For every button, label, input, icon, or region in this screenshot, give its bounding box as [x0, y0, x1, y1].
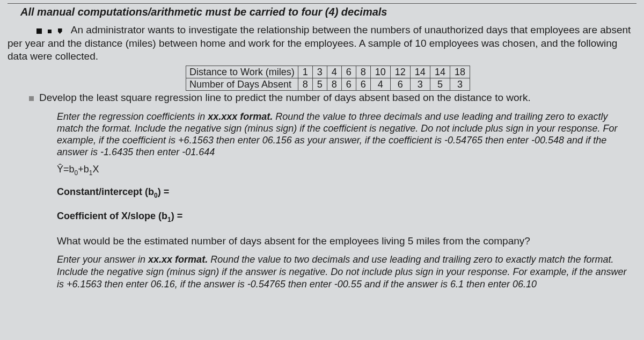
divider	[8, 3, 636, 4]
square-small-icon	[48, 30, 52, 33]
prediction-question: What would be the estimated number of da…	[57, 235, 636, 247]
problem-intro: An administrator wants to investigate th…	[8, 24, 636, 62]
cell: 3	[410, 78, 430, 91]
square-icon	[36, 28, 42, 34]
cell: 3	[450, 78, 470, 91]
cell: 4	[370, 78, 390, 91]
cell: 4	[327, 66, 341, 78]
cell: 3	[312, 66, 327, 78]
cell: 18	[450, 66, 470, 78]
row-label-distance: Distance to Work (miles)	[186, 66, 298, 78]
task-statement: Develop the least square regression line…	[29, 92, 636, 104]
cell: 6	[341, 66, 356, 78]
eqn-part: X	[92, 164, 99, 175]
eqn-part: Ŷ=b	[57, 164, 75, 175]
regression-equation: Ŷ=b0+b1X	[57, 164, 636, 177]
instructions-prediction: Enter your answer in xx.xx format. Round…	[57, 254, 628, 291]
label-part: ) =	[158, 186, 170, 197]
cell: 8	[356, 66, 370, 78]
cell: 8	[327, 78, 341, 91]
intro-line-1: An administrator wants to investigate th…	[71, 24, 597, 35]
label-part: Coefficient of X/slope (b	[57, 211, 167, 221]
label-sub: 0	[154, 191, 158, 199]
cell: 1	[298, 66, 312, 78]
instr-part: Enter your answer in	[57, 254, 148, 265]
label-sub: 1	[167, 216, 171, 223]
instr-format: xx.xx format.	[148, 254, 208, 265]
label-part: ) =	[171, 211, 183, 221]
cell: 6	[390, 78, 410, 91]
instructions-regression: Enter the regression coefficients in xx.…	[57, 111, 633, 158]
cell: 12	[390, 66, 410, 78]
label-part: Constant/intercept (b	[57, 186, 154, 197]
cell: 6	[341, 78, 356, 91]
slope-field[interactable]: Coefficient of X/slope (b1) =	[57, 211, 636, 223]
row-label-absent: Number of Days Absent	[186, 78, 298, 91]
table-row: Distance to Work (miles) 1 3 4 6 8 10 12…	[186, 66, 470, 78]
cell: 6	[356, 78, 370, 91]
data-table: Distance to Work (miles) 1 3 4 6 8 10 12…	[186, 66, 470, 91]
instr-format: xx.xxx format.	[208, 111, 273, 122]
cell: 10	[370, 66, 390, 78]
cell: 5	[430, 78, 450, 91]
cell: 14	[410, 66, 430, 78]
bullet-group	[36, 24, 65, 37]
table-row: Number of Days Absent 8 5 8 6 6 4 6 3 5 …	[186, 78, 470, 91]
eqn-part: +b	[78, 164, 89, 175]
pin-icon	[58, 28, 62, 34]
page-title: All manual computations/arithmetic must …	[20, 6, 636, 18]
instr-part: Enter the regression coefficients in	[57, 111, 208, 122]
question-page: All manual computations/arithmetic must …	[0, 0, 644, 291]
cell: 5	[312, 78, 327, 91]
intercept-field[interactable]: Constant/intercept (b0) =	[57, 186, 636, 199]
task-text: Develop the least square regression line…	[39, 92, 531, 103]
cell: 8	[298, 78, 312, 91]
bullet-icon	[29, 96, 34, 101]
cell: 14	[430, 66, 450, 78]
